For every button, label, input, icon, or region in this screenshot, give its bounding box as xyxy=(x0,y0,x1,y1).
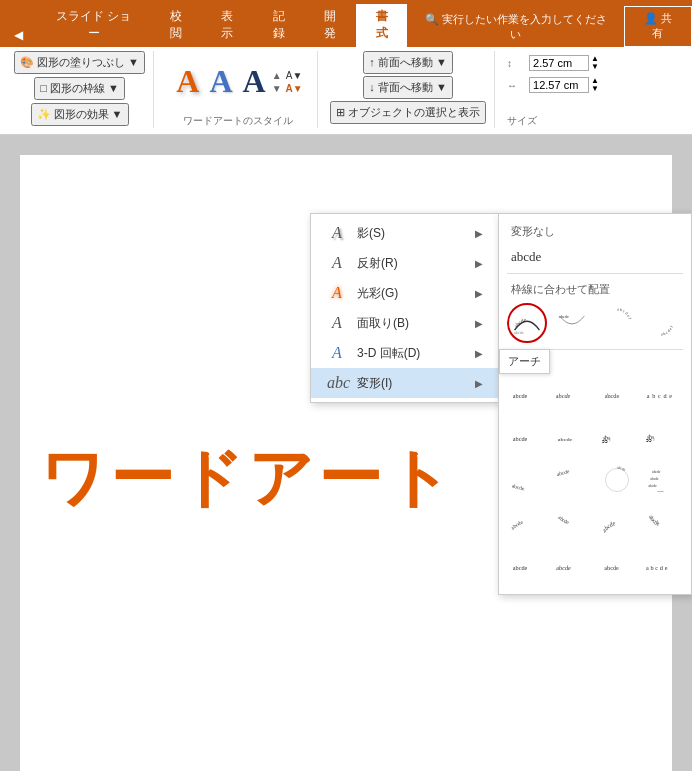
transform-plain4[interactable]: abcde xyxy=(641,374,681,414)
transform-plain5[interactable]: abcde xyxy=(507,546,547,586)
svg-text:abcde: abcde xyxy=(616,465,626,472)
transform-deflate[interactable]: ↄↄ ᶊᵬᶊ xyxy=(641,417,681,457)
transform-plain2[interactable]: abcde xyxy=(552,374,592,414)
canvas-area: ワードアート A 影(S) ▶ A 反射(R) ▶ A 光彩(G) ▶ A 面取… xyxy=(0,135,692,771)
transform-wave-up[interactable]: abcde xyxy=(507,417,547,457)
svg-text:abcde: abcde xyxy=(646,564,669,571)
width-spinner[interactable]: ▲ ▼ xyxy=(591,77,599,93)
width-row: ↔ ▲ ▼ xyxy=(507,77,599,93)
wordart-text-fill-button[interactable]: A▼ xyxy=(286,70,303,81)
tab-record[interactable]: 記録 xyxy=(253,4,304,47)
transform-icon: abc xyxy=(327,374,347,392)
menu-item-transform-label: 変形(I) xyxy=(357,375,392,392)
transform-wave-down[interactable]: abcde xyxy=(552,417,592,457)
wordart-text-effect-button[interactable]: A▼ xyxy=(286,83,303,94)
svg-point-17 xyxy=(605,468,628,491)
svg-text:abcde: abcde xyxy=(647,392,675,399)
svg-text:a b c d e f: a b c d e f xyxy=(616,307,632,320)
svg-text:abcde: abcde xyxy=(652,470,661,474)
height-input[interactable] xyxy=(529,55,589,71)
shape-style-group: 🎨 図形の塗りつぶし ▼ □ 図形の枠線 ▼ ✨ 図形の効果 ▼ xyxy=(6,51,154,128)
arrange-back-button[interactable]: ↓ 背面へ移動 ▼ xyxy=(363,76,453,99)
bevel-arrow: ▶ xyxy=(475,318,483,329)
svg-text:abcde: abcde xyxy=(557,468,570,477)
transform-plain6[interactable]: abcde xyxy=(552,546,592,586)
tab-view[interactable]: 表示 xyxy=(202,4,253,47)
transform-circle-text1[interactable]: abcde xyxy=(597,460,637,500)
transform-submenu: 変形なし abcde 枠線に合わせて配置 abcde abcde アーチ xyxy=(498,213,692,595)
transform-plain3[interactable]: abcde xyxy=(597,374,637,414)
svg-text:ↄↄ: ↄↄ xyxy=(601,439,607,444)
arrange-controls: ↑ 前面へ移動 ▼ ↓ 背面へ移動 ▼ ⊞ オブジェクトの選択と表示 xyxy=(330,51,486,126)
wordart-style-a1[interactable]: A xyxy=(172,61,203,102)
3d-rotation-icon: A xyxy=(327,344,347,362)
arrange-select-button[interactable]: ⊞ オブジェクトの選択と表示 xyxy=(330,101,486,124)
menu-item-reflection[interactable]: A 反射(R) ▶ xyxy=(311,248,499,278)
svg-text:abcde: abcde xyxy=(649,484,658,488)
wordart-style-a3[interactable]: A xyxy=(239,61,270,102)
reflection-icon: A xyxy=(327,254,347,272)
svg-text:abcde: abcde xyxy=(648,513,661,528)
transform-arch2[interactable]: abcde xyxy=(507,503,547,543)
width-input[interactable] xyxy=(529,77,589,93)
tab-develop[interactable]: 開発 xyxy=(305,4,356,47)
reflection-arrow: ▶ xyxy=(475,258,483,269)
transform-arch-down[interactable]: abcde xyxy=(552,303,592,343)
shape-fill-button[interactable]: 🎨 図形の塗りつぶし ▼ xyxy=(14,51,145,74)
shape-style-controls: 🎨 図形の塗りつぶし ▼ □ 図形の枠線 ▼ ✨ 図形の効果 ▼ xyxy=(14,51,145,126)
svg-text:abcde: abcde xyxy=(558,436,573,441)
transform-plain7[interactable]: abcde xyxy=(597,546,637,586)
transform-arch4[interactable]: abcde xyxy=(597,503,637,543)
svg-text:abcde: abcde xyxy=(603,392,619,399)
menu-item-shadow[interactable]: A 影(S) ▶ xyxy=(311,218,499,248)
svg-text:a b c d e f: a b c d e f xyxy=(661,325,674,337)
svg-text:abcde: abcde xyxy=(513,435,528,442)
tab-slideshow[interactable]: スライド ショー xyxy=(37,4,150,47)
transform-arch-up[interactable]: abcde abcde アーチ xyxy=(507,303,547,343)
transform-circle-ccw[interactable]: a b c d e f xyxy=(641,303,681,343)
tab-search[interactable]: 🔍 実行したい作業を入力してください xyxy=(407,8,623,47)
svg-text:abcde: abcde xyxy=(557,514,570,525)
arrange-front-button[interactable]: ↑ 前面へ移動 ▼ xyxy=(363,51,453,74)
shape-outline-button[interactable]: □ 図形の枠線 ▼ xyxy=(34,77,125,100)
transform-arrow: ▶ xyxy=(475,378,483,389)
tab-format[interactable]: 書式 xyxy=(356,4,407,47)
transform-circle-cw[interactable]: a b c d e f xyxy=(597,303,637,343)
svg-text:abcde: abcde xyxy=(658,490,665,493)
text-effects-dropdown: A 影(S) ▶ A 反射(R) ▶ A 光彩(G) ▶ A 面取り(B) ▶ … xyxy=(310,213,500,403)
wordart-styles-up[interactable]: ▲ xyxy=(272,70,282,81)
transform-slant1[interactable]: abcde xyxy=(507,460,547,500)
transform-stacked[interactable]: abcde abcde abcde abcde xyxy=(641,460,681,500)
svg-text:abcde: abcde xyxy=(603,564,619,571)
transform-plain1[interactable]: abcde xyxy=(507,374,547,414)
ribbon: ◀ スライド ショー 校閲 表示 記録 開発 書式 🔍 実行したい作業を入力して… xyxy=(0,0,692,135)
height-spinner[interactable]: ▲ ▼ xyxy=(591,55,599,71)
menu-item-bevel[interactable]: A 面取り(B) ▶ xyxy=(311,308,499,338)
wordart-styles-group: A A A ▲ ▼ A▼ A▼ ワードアートのスタイル xyxy=(158,51,318,128)
shape-effect-button[interactable]: ✨ 図形の効果 ▼ xyxy=(31,103,129,126)
transform-inflate[interactable]: ᶊᵬᶊ ↄↄ xyxy=(597,417,637,457)
glow-arrow: ▶ xyxy=(475,288,483,299)
tab-share[interactable]: 👤 共有 xyxy=(624,6,692,47)
wordart-style-a2[interactable]: A xyxy=(205,61,236,102)
no-transform-preview[interactable]: abcde xyxy=(507,245,683,274)
svg-text:abcde: abcde xyxy=(556,564,572,571)
size-label: サイズ xyxy=(507,112,537,128)
transform-slant2[interactable]: abcde xyxy=(552,460,592,500)
width-down[interactable]: ▼ xyxy=(591,85,599,93)
transform-plain8[interactable]: abcde xyxy=(641,546,681,586)
transform-arch5[interactable]: abcde xyxy=(641,503,681,543)
menu-item-3d-rotation[interactable]: A 3-D 回転(D) ▶ xyxy=(311,338,499,368)
svg-text:abcde: abcde xyxy=(511,518,524,530)
height-down[interactable]: ▼ xyxy=(591,63,599,71)
ribbon-tabs: ◀ スライド ショー 校閲 表示 記録 開発 書式 🔍 実行したい作業を入力して… xyxy=(0,0,692,47)
tab-proofing[interactable]: 校閲 xyxy=(150,4,201,47)
svg-text:abcde: abcde xyxy=(514,330,524,335)
transform-arch3[interactable]: abcde xyxy=(552,503,592,543)
menu-item-glow[interactable]: A 光彩(G) ▶ xyxy=(311,278,499,308)
menu-item-transform[interactable]: abc 変形(I) ▶ xyxy=(311,368,499,398)
height-icon: ↕ xyxy=(507,58,527,69)
wordart-styles-down[interactable]: ▼ xyxy=(272,83,282,94)
tab-back[interactable]: ◀ xyxy=(0,24,37,47)
menu-item-bevel-label: 面取り(B) xyxy=(357,315,409,332)
